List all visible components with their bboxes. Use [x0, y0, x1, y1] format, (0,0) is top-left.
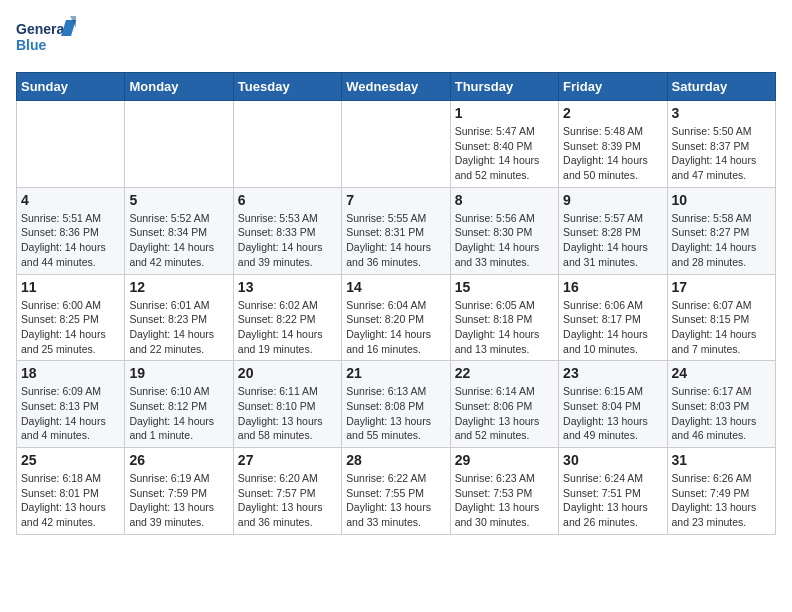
- day-number: 2: [563, 105, 662, 121]
- weekday-header-saturday: Saturday: [667, 73, 775, 101]
- day-info: Sunrise: 6:09 AM Sunset: 8:13 PM Dayligh…: [21, 384, 120, 443]
- calendar-cell: 28Sunrise: 6:22 AM Sunset: 7:55 PM Dayli…: [342, 448, 450, 535]
- calendar-cell: 30Sunrise: 6:24 AM Sunset: 7:51 PM Dayli…: [559, 448, 667, 535]
- day-number: 20: [238, 365, 337, 381]
- calendar-cell: [17, 101, 125, 188]
- day-number: 27: [238, 452, 337, 468]
- day-info: Sunrise: 6:22 AM Sunset: 7:55 PM Dayligh…: [346, 471, 445, 530]
- calendar-cell: 3Sunrise: 5:50 AM Sunset: 8:37 PM Daylig…: [667, 101, 775, 188]
- day-info: Sunrise: 6:24 AM Sunset: 7:51 PM Dayligh…: [563, 471, 662, 530]
- calendar-cell: 17Sunrise: 6:07 AM Sunset: 8:15 PM Dayli…: [667, 274, 775, 361]
- calendar-cell: 5Sunrise: 5:52 AM Sunset: 8:34 PM Daylig…: [125, 187, 233, 274]
- calendar-cell: 31Sunrise: 6:26 AM Sunset: 7:49 PM Dayli…: [667, 448, 775, 535]
- weekday-header-tuesday: Tuesday: [233, 73, 341, 101]
- calendar-cell: 13Sunrise: 6:02 AM Sunset: 8:22 PM Dayli…: [233, 274, 341, 361]
- day-number: 14: [346, 279, 445, 295]
- day-number: 28: [346, 452, 445, 468]
- calendar-week-4: 18Sunrise: 6:09 AM Sunset: 8:13 PM Dayli…: [17, 361, 776, 448]
- calendar-cell: 26Sunrise: 6:19 AM Sunset: 7:59 PM Dayli…: [125, 448, 233, 535]
- calendar-cell: [233, 101, 341, 188]
- logo-svg: General Blue: [16, 16, 76, 60]
- day-info: Sunrise: 5:56 AM Sunset: 8:30 PM Dayligh…: [455, 211, 554, 270]
- calendar-cell: 19Sunrise: 6:10 AM Sunset: 8:12 PM Dayli…: [125, 361, 233, 448]
- day-info: Sunrise: 6:01 AM Sunset: 8:23 PM Dayligh…: [129, 298, 228, 357]
- calendar-cell: 12Sunrise: 6:01 AM Sunset: 8:23 PM Dayli…: [125, 274, 233, 361]
- day-info: Sunrise: 5:52 AM Sunset: 8:34 PM Dayligh…: [129, 211, 228, 270]
- day-info: Sunrise: 6:19 AM Sunset: 7:59 PM Dayligh…: [129, 471, 228, 530]
- weekday-header-monday: Monday: [125, 73, 233, 101]
- day-number: 15: [455, 279, 554, 295]
- day-info: Sunrise: 6:07 AM Sunset: 8:15 PM Dayligh…: [672, 298, 771, 357]
- day-number: 19: [129, 365, 228, 381]
- day-number: 29: [455, 452, 554, 468]
- calendar-cell: 2Sunrise: 5:48 AM Sunset: 8:39 PM Daylig…: [559, 101, 667, 188]
- calendar-cell: 25Sunrise: 6:18 AM Sunset: 8:01 PM Dayli…: [17, 448, 125, 535]
- day-number: 17: [672, 279, 771, 295]
- calendar-cell: 7Sunrise: 5:55 AM Sunset: 8:31 PM Daylig…: [342, 187, 450, 274]
- day-number: 8: [455, 192, 554, 208]
- calendar-cell: 29Sunrise: 6:23 AM Sunset: 7:53 PM Dayli…: [450, 448, 558, 535]
- calendar-week-5: 25Sunrise: 6:18 AM Sunset: 8:01 PM Dayli…: [17, 448, 776, 535]
- day-info: Sunrise: 5:47 AM Sunset: 8:40 PM Dayligh…: [455, 124, 554, 183]
- day-number: 6: [238, 192, 337, 208]
- day-info: Sunrise: 6:15 AM Sunset: 8:04 PM Dayligh…: [563, 384, 662, 443]
- day-number: 12: [129, 279, 228, 295]
- day-info: Sunrise: 6:11 AM Sunset: 8:10 PM Dayligh…: [238, 384, 337, 443]
- calendar-cell: 4Sunrise: 5:51 AM Sunset: 8:36 PM Daylig…: [17, 187, 125, 274]
- day-number: 10: [672, 192, 771, 208]
- day-number: 16: [563, 279, 662, 295]
- day-info: Sunrise: 5:51 AM Sunset: 8:36 PM Dayligh…: [21, 211, 120, 270]
- calendar-cell: 8Sunrise: 5:56 AM Sunset: 8:30 PM Daylig…: [450, 187, 558, 274]
- calendar-cell: 10Sunrise: 5:58 AM Sunset: 8:27 PM Dayli…: [667, 187, 775, 274]
- calendar-cell: [125, 101, 233, 188]
- calendar-cell: 22Sunrise: 6:14 AM Sunset: 8:06 PM Dayli…: [450, 361, 558, 448]
- day-number: 18: [21, 365, 120, 381]
- day-info: Sunrise: 6:05 AM Sunset: 8:18 PM Dayligh…: [455, 298, 554, 357]
- day-number: 24: [672, 365, 771, 381]
- day-number: 26: [129, 452, 228, 468]
- day-number: 31: [672, 452, 771, 468]
- day-number: 23: [563, 365, 662, 381]
- day-number: 21: [346, 365, 445, 381]
- day-info: Sunrise: 5:50 AM Sunset: 8:37 PM Dayligh…: [672, 124, 771, 183]
- calendar-cell: 11Sunrise: 6:00 AM Sunset: 8:25 PM Dayli…: [17, 274, 125, 361]
- day-info: Sunrise: 6:26 AM Sunset: 7:49 PM Dayligh…: [672, 471, 771, 530]
- day-number: 25: [21, 452, 120, 468]
- logo: General Blue: [16, 16, 76, 60]
- calendar-cell: 14Sunrise: 6:04 AM Sunset: 8:20 PM Dayli…: [342, 274, 450, 361]
- calendar-cell: 21Sunrise: 6:13 AM Sunset: 8:08 PM Dayli…: [342, 361, 450, 448]
- day-info: Sunrise: 6:17 AM Sunset: 8:03 PM Dayligh…: [672, 384, 771, 443]
- day-info: Sunrise: 6:13 AM Sunset: 8:08 PM Dayligh…: [346, 384, 445, 443]
- day-info: Sunrise: 6:06 AM Sunset: 8:17 PM Dayligh…: [563, 298, 662, 357]
- svg-text:Blue: Blue: [16, 37, 47, 53]
- day-number: 22: [455, 365, 554, 381]
- day-number: 1: [455, 105, 554, 121]
- calendar-cell: 27Sunrise: 6:20 AM Sunset: 7:57 PM Dayli…: [233, 448, 341, 535]
- day-info: Sunrise: 6:04 AM Sunset: 8:20 PM Dayligh…: [346, 298, 445, 357]
- page-header: General Blue: [16, 16, 776, 60]
- day-info: Sunrise: 5:55 AM Sunset: 8:31 PM Dayligh…: [346, 211, 445, 270]
- day-info: Sunrise: 6:20 AM Sunset: 7:57 PM Dayligh…: [238, 471, 337, 530]
- day-number: 13: [238, 279, 337, 295]
- day-number: 4: [21, 192, 120, 208]
- weekday-header-sunday: Sunday: [17, 73, 125, 101]
- calendar-cell: 18Sunrise: 6:09 AM Sunset: 8:13 PM Dayli…: [17, 361, 125, 448]
- day-info: Sunrise: 5:53 AM Sunset: 8:33 PM Dayligh…: [238, 211, 337, 270]
- calendar-cell: 20Sunrise: 6:11 AM Sunset: 8:10 PM Dayli…: [233, 361, 341, 448]
- weekday-header-friday: Friday: [559, 73, 667, 101]
- calendar-cell: [342, 101, 450, 188]
- calendar-cell: 15Sunrise: 6:05 AM Sunset: 8:18 PM Dayli…: [450, 274, 558, 361]
- calendar-cell: 1Sunrise: 5:47 AM Sunset: 8:40 PM Daylig…: [450, 101, 558, 188]
- day-info: Sunrise: 5:57 AM Sunset: 8:28 PM Dayligh…: [563, 211, 662, 270]
- day-info: Sunrise: 6:18 AM Sunset: 8:01 PM Dayligh…: [21, 471, 120, 530]
- day-info: Sunrise: 5:58 AM Sunset: 8:27 PM Dayligh…: [672, 211, 771, 270]
- day-info: Sunrise: 6:14 AM Sunset: 8:06 PM Dayligh…: [455, 384, 554, 443]
- calendar-cell: 24Sunrise: 6:17 AM Sunset: 8:03 PM Dayli…: [667, 361, 775, 448]
- day-info: Sunrise: 6:00 AM Sunset: 8:25 PM Dayligh…: [21, 298, 120, 357]
- calendar-cell: 16Sunrise: 6:06 AM Sunset: 8:17 PM Dayli…: [559, 274, 667, 361]
- day-info: Sunrise: 6:23 AM Sunset: 7:53 PM Dayligh…: [455, 471, 554, 530]
- calendar-week-2: 4Sunrise: 5:51 AM Sunset: 8:36 PM Daylig…: [17, 187, 776, 274]
- calendar-header-row: SundayMondayTuesdayWednesdayThursdayFrid…: [17, 73, 776, 101]
- calendar-cell: 23Sunrise: 6:15 AM Sunset: 8:04 PM Dayli…: [559, 361, 667, 448]
- calendar-week-1: 1Sunrise: 5:47 AM Sunset: 8:40 PM Daylig…: [17, 101, 776, 188]
